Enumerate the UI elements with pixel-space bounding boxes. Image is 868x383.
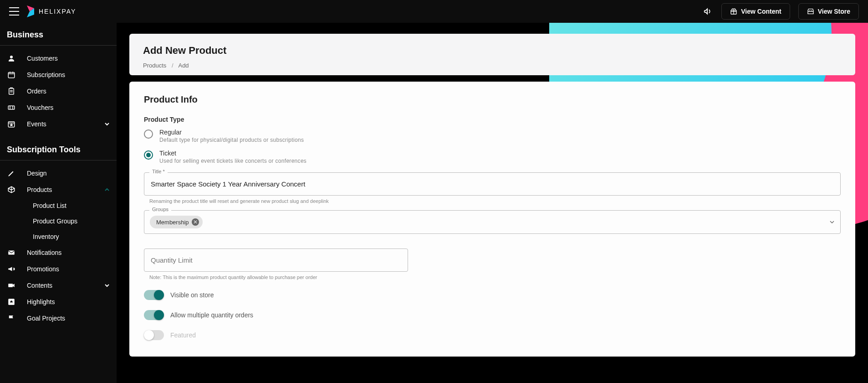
sidebar-item-notifications[interactable]: Notifications bbox=[0, 244, 117, 261]
sidebar-item-goal-projects[interactable]: Goal Projects bbox=[0, 310, 117, 326]
toggle-visible-row: Visible on store bbox=[144, 290, 841, 300]
toggle-multiple-label: Allow multiple quantity orders bbox=[170, 311, 253, 319]
sidebar-item-orders[interactable]: Orders bbox=[0, 83, 117, 99]
group-chip-membership: Membership ✕ bbox=[150, 216, 203, 228]
radio-regular[interactable]: Regular Default type for physical/digita… bbox=[144, 129, 841, 143]
product-type-label: Product Type bbox=[144, 116, 841, 123]
svg-point-1 bbox=[10, 56, 13, 58]
calendar-icon bbox=[7, 71, 16, 79]
sidebar-item-products[interactable]: Products bbox=[0, 181, 117, 198]
sidebar-section-business: Business bbox=[0, 27, 117, 46]
svg-rect-2 bbox=[8, 72, 15, 78]
sidebar-item-customers[interactable]: Customers bbox=[0, 50, 117, 67]
flag-icon bbox=[7, 314, 16, 322]
sidebar-item-contents[interactable]: Contents bbox=[0, 277, 117, 294]
toggle-multiple-row: Allow multiple quantity orders bbox=[144, 310, 841, 320]
quantity-limit-input[interactable] bbox=[144, 248, 408, 272]
svg-rect-3 bbox=[9, 88, 14, 94]
announcement-icon[interactable] bbox=[703, 6, 713, 16]
ticket-icon bbox=[7, 104, 16, 112]
toggle-visible[interactable] bbox=[144, 290, 164, 300]
logo-mark-icon bbox=[26, 5, 35, 17]
breadcrumb-current: Add bbox=[178, 62, 189, 69]
calendar-star-icon bbox=[7, 120, 16, 128]
view-store-button[interactable]: View Store bbox=[798, 3, 859, 20]
breadcrumb-root[interactable]: Products bbox=[143, 62, 166, 69]
product-info-card: Product Info Product Type Regular Defaul… bbox=[129, 82, 855, 357]
megaphone-icon bbox=[7, 265, 16, 273]
sidebar-sub-inventory[interactable]: Inventory bbox=[0, 229, 117, 244]
main-content: Add New Product Products / Add Product I… bbox=[117, 23, 868, 383]
view-content-button[interactable]: View Content bbox=[721, 3, 790, 20]
toggle-featured[interactable] bbox=[144, 330, 164, 340]
toggle-multiple[interactable] bbox=[144, 310, 164, 320]
pencil-icon bbox=[7, 169, 16, 177]
store-icon bbox=[807, 8, 814, 15]
groups-select[interactable]: Membership ✕ bbox=[144, 210, 841, 234]
topbar: HELIXPAY View Content View Store bbox=[0, 0, 868, 23]
chevron-up-icon bbox=[104, 187, 110, 192]
svg-rect-4 bbox=[8, 106, 15, 109]
chevron-down-icon bbox=[104, 283, 110, 288]
mail-icon bbox=[7, 248, 16, 257]
chevron-down-icon bbox=[104, 121, 110, 127]
sidebar-item-vouchers[interactable]: Vouchers bbox=[0, 99, 117, 116]
box-icon bbox=[7, 186, 16, 194]
groups-field-wrap: Groups Membership ✕ bbox=[144, 210, 841, 234]
sidebar-item-promotions[interactable]: Promotions bbox=[0, 261, 117, 277]
sidebar-sub-product-list[interactable]: Product List bbox=[0, 198, 117, 213]
sidebar-section-tools: Subscription Tools bbox=[0, 137, 117, 160]
toggle-featured-row: Featured bbox=[144, 330, 841, 340]
page-title: Add New Product bbox=[143, 45, 842, 57]
sidebar-item-highlights[interactable]: Highlights bbox=[0, 294, 117, 310]
video-icon bbox=[7, 281, 16, 290]
sidebar-item-design[interactable]: Design bbox=[0, 165, 117, 181]
quantity-limit-wrap bbox=[144, 248, 408, 272]
toggle-featured-label: Featured bbox=[170, 331, 196, 339]
groups-label: Groups bbox=[149, 207, 171, 212]
svg-rect-6 bbox=[8, 251, 15, 255]
sidebar: Business Customers Subscriptions Orders … bbox=[0, 23, 117, 383]
title-label: Title * bbox=[149, 169, 168, 174]
title-helper: Renaming the product title will reset an… bbox=[149, 198, 841, 204]
title-input[interactable] bbox=[144, 172, 841, 196]
title-field-wrap: Title * bbox=[144, 172, 841, 196]
page-header-card: Add New Product Products / Add bbox=[129, 34, 855, 75]
breadcrumb: Products / Add bbox=[143, 62, 842, 69]
sidebar-item-subscriptions[interactable]: Subscriptions bbox=[0, 67, 117, 83]
quantity-helper: Note: This is the maximum product quanti… bbox=[149, 274, 841, 280]
dropdown-caret-icon[interactable] bbox=[829, 219, 835, 225]
sidebar-item-events[interactable]: Events bbox=[0, 116, 117, 132]
hamburger-menu-icon[interactable] bbox=[9, 7, 19, 16]
radio-button-icon[interactable] bbox=[144, 129, 153, 139]
star-box-icon bbox=[7, 298, 16, 306]
clipboard-icon bbox=[7, 87, 16, 95]
brand-name: HELIXPAY bbox=[39, 8, 76, 15]
section-title: Product Info bbox=[144, 94, 841, 105]
chip-remove-icon[interactable]: ✕ bbox=[192, 218, 199, 226]
svg-rect-7 bbox=[8, 284, 13, 287]
person-icon bbox=[7, 54, 16, 62]
brand-logo[interactable]: HELIXPAY bbox=[26, 5, 76, 17]
toggle-visible-label: Visible on store bbox=[170, 291, 214, 299]
gift-icon bbox=[730, 8, 737, 15]
radio-button-selected-icon[interactable] bbox=[144, 150, 153, 160]
radio-ticket[interactable]: Ticket Used for selling event tickets li… bbox=[144, 150, 841, 164]
sidebar-sub-product-groups[interactable]: Product Groups bbox=[0, 213, 117, 229]
